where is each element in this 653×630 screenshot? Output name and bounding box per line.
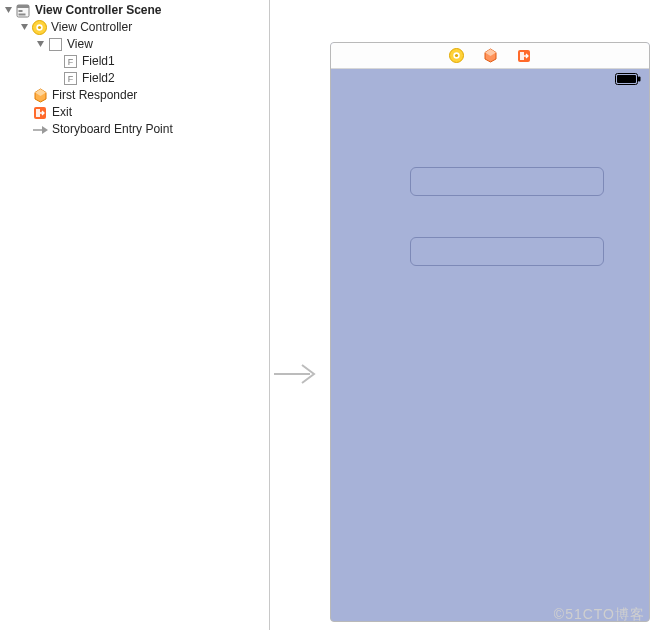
view-label: View [67, 36, 93, 53]
outline-row-field2[interactable]: F Field2 [0, 70, 269, 87]
outline-row-exit[interactable]: Exit [0, 104, 269, 121]
canvas-text-field-1[interactable] [410, 167, 604, 196]
first-responder-label: First Responder [52, 87, 137, 104]
outline-row-scene[interactable]: View Controller Scene [0, 2, 269, 19]
outline-row-view-controller[interactable]: View Controller [0, 19, 269, 36]
svg-point-24 [454, 54, 457, 57]
device-scene-frame[interactable] [330, 42, 650, 622]
textfield-icon: F [62, 71, 78, 87]
svg-rect-4 [19, 13, 26, 15]
disclosure-triangle-icon[interactable] [20, 23, 29, 32]
simulated-status-bar [331, 69, 649, 89]
svg-rect-28 [520, 52, 524, 60]
scene-label: View Controller Scene [35, 2, 162, 19]
dock-view-controller-icon[interactable] [448, 48, 464, 64]
svg-marker-9 [37, 41, 44, 47]
first-responder-icon [32, 88, 48, 104]
svg-rect-3 [19, 10, 23, 12]
view-icon [47, 37, 63, 53]
svg-text:F: F [67, 57, 73, 67]
svg-rect-10 [49, 39, 61, 51]
svg-rect-30 [617, 75, 636, 83]
dock-exit-icon[interactable] [516, 48, 532, 64]
svg-point-8 [37, 26, 40, 29]
storyboard-entry-arrow-icon[interactable] [274, 362, 322, 389]
svg-rect-18 [36, 109, 40, 117]
entry-point-arrow-icon [32, 122, 48, 138]
svg-text:F: F [67, 74, 73, 84]
dock-first-responder-icon[interactable] [482, 48, 498, 64]
scene-dock[interactable] [331, 43, 649, 69]
svg-marker-20 [42, 126, 48, 134]
view-controller-label: View Controller [51, 19, 132, 36]
view-controller-icon [31, 20, 47, 36]
exit-icon [32, 105, 48, 121]
svg-marker-5 [21, 24, 28, 30]
entry-point-label: Storyboard Entry Point [52, 121, 173, 138]
interface-builder-canvas[interactable]: ©51CTO博客 [270, 0, 653, 630]
field2-label: Field2 [82, 70, 115, 87]
outline-row-entry-point[interactable]: Storyboard Entry Point [0, 121, 269, 138]
scene-icon [15, 3, 31, 19]
outline-row-view[interactable]: View [0, 36, 269, 53]
disclosure-triangle-icon[interactable] [4, 6, 13, 15]
outline-row-field1[interactable]: F Field1 [0, 53, 269, 70]
svg-marker-0 [5, 7, 12, 13]
svg-rect-2 [17, 5, 29, 8]
watermark-text: ©51CTO博客 [554, 606, 645, 624]
exit-label: Exit [52, 104, 72, 121]
document-outline-panel[interactable]: View Controller Scene View Controller [0, 0, 270, 630]
field1-label: Field1 [82, 53, 115, 70]
canvas-text-field-2[interactable] [410, 237, 604, 266]
battery-icon [615, 73, 641, 88]
disclosure-triangle-icon[interactable] [36, 40, 45, 49]
outline-row-first-responder[interactable]: First Responder [0, 87, 269, 104]
textfield-icon: F [62, 54, 78, 70]
svg-rect-31 [638, 77, 641, 82]
